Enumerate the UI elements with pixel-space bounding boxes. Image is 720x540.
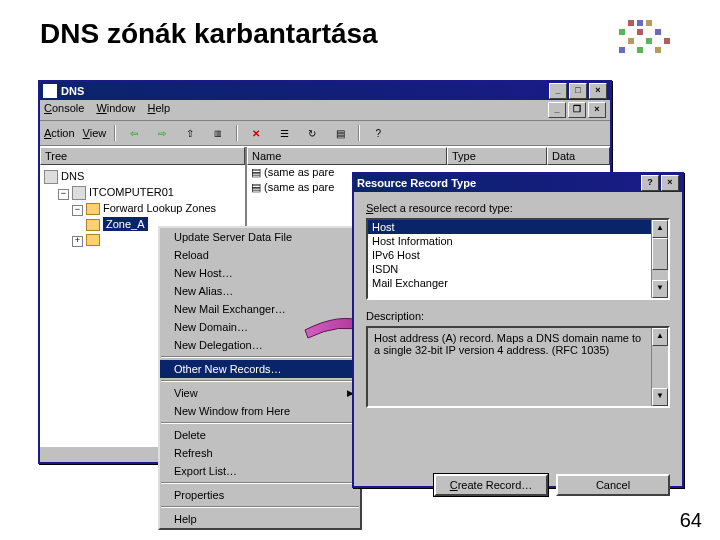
select-label: Select a resource record type: <box>366 202 670 214</box>
ctx-help[interactable]: Help <box>160 510 360 528</box>
dialog-title: Resource Record Type <box>357 177 476 189</box>
ctx-other-new-records[interactable]: Other New Records… <box>160 360 360 378</box>
menu-console[interactable]: Console <box>44 102 84 118</box>
help-toolbar-button[interactable]: ? <box>368 123 388 143</box>
scroll-up-icon[interactable]: ▲ <box>652 328 668 346</box>
tree-flz[interactable]: −Forward Lookup Zones <box>44 201 241 217</box>
scroll-thumb[interactable] <box>652 238 668 270</box>
server-icon <box>72 186 86 200</box>
show-hide-button[interactable]: ▥ <box>208 123 228 143</box>
minimize-button[interactable]: _ <box>549 83 567 99</box>
ctx-export-list[interactable]: Export List… <box>160 462 360 480</box>
ctx-delete[interactable]: Delete <box>160 426 360 444</box>
listbox-scrollbar[interactable]: ▲ ▼ <box>651 220 668 298</box>
ctx-new-delegation[interactable]: New Delegation… <box>160 336 360 354</box>
zone-icon <box>86 219 100 231</box>
dialog-close-button[interactable]: × <box>661 175 679 191</box>
option-isdn[interactable]: ISDN <box>368 262 668 276</box>
col-data[interactable]: Data <box>547 147 610 165</box>
slide-page-number: 64 <box>680 509 702 532</box>
up-button[interactable]: ⇧ <box>180 123 200 143</box>
tree-header: Tree <box>40 147 245 165</box>
folder-icon <box>86 234 100 246</box>
collapse-icon[interactable]: − <box>72 205 83 216</box>
description-text: Host address (A) record. Maps a DNS doma… <box>374 332 641 356</box>
option-mx[interactable]: Mail Exchanger <box>368 276 668 290</box>
menu-action[interactable]: Action <box>44 127 75 139</box>
window-title: DNS <box>61 85 84 97</box>
child-minimize-button[interactable]: _ <box>548 102 566 118</box>
mmc-titlebar[interactable]: DNS _ □ × <box>40 82 610 100</box>
option-ipv6[interactable]: IPv6 Host <box>368 248 668 262</box>
ctx-new-alias[interactable]: New Alias… <box>160 282 360 300</box>
dialog-titlebar[interactable]: Resource Record Type ? × <box>354 174 682 192</box>
refresh-toolbar-button[interactable]: ↻ <box>302 123 322 143</box>
ctx-new-mx[interactable]: New Mail Exchanger… <box>160 300 360 318</box>
col-type[interactable]: Type <box>447 147 547 165</box>
collapse-icon[interactable]: − <box>58 189 69 200</box>
menu-help[interactable]: Help <box>148 102 171 118</box>
ctx-new-domain[interactable]: New Domain… <box>160 318 360 336</box>
expand-icon[interactable]: + <box>72 236 83 247</box>
app-icon <box>43 84 57 98</box>
export-toolbar-button[interactable]: ▤ <box>330 123 350 143</box>
cancel-button[interactable]: Cancel <box>556 474 670 496</box>
description-label: Description: <box>366 310 670 322</box>
maximize-button[interactable]: □ <box>569 83 587 99</box>
ctx-view[interactable]: View▶ <box>160 384 360 402</box>
child-close-button[interactable]: × <box>588 102 606 118</box>
properties-toolbar-button[interactable]: ☰ <box>274 123 294 143</box>
menu-window[interactable]: Window <box>96 102 135 118</box>
back-button[interactable]: ⇦ <box>124 123 144 143</box>
dns-icon <box>44 170 58 184</box>
ctx-new-host[interactable]: New Host… <box>160 264 360 282</box>
record-type-listbox[interactable]: Host Host Information IPv6 Host ISDN Mai… <box>366 218 670 300</box>
scroll-down-icon[interactable]: ▼ <box>652 280 668 298</box>
ctx-properties[interactable]: Properties <box>160 486 360 504</box>
child-restore-button[interactable]: ❐ <box>568 102 586 118</box>
ctx-reload[interactable]: Reload <box>160 246 360 264</box>
tree-server[interactable]: −ITCOMPUTER01 <box>44 185 241 201</box>
scroll-up-icon[interactable]: ▲ <box>652 220 668 238</box>
delete-toolbar-button[interactable]: ✕ <box>246 123 266 143</box>
desc-scrollbar[interactable]: ▲ ▼ <box>651 328 668 406</box>
context-menu: Update Server Data File Reload New Host…… <box>158 226 362 530</box>
ctx-new-window[interactable]: New Window from Here <box>160 402 360 420</box>
slide-title: DNS zónák karbantartása <box>0 0 720 60</box>
description-box: Host address (A) record. Maps a DNS doma… <box>366 326 670 408</box>
create-record-button[interactable]: Create Record… <box>434 474 548 496</box>
mmc-toolbar: Action View ⇦ ⇨ ⇧ ▥ ✕ ☰ ↻ ▤ ? <box>40 121 610 146</box>
menu-view[interactable]: View <box>83 127 107 139</box>
forward-button[interactable]: ⇨ <box>152 123 172 143</box>
ctx-refresh[interactable]: Refresh <box>160 444 360 462</box>
mmc-menubar: Console Window Help _ ❐ × <box>40 100 610 121</box>
decorative-dots <box>619 20 670 53</box>
col-name[interactable]: Name <box>247 147 447 165</box>
resource-record-dialog: Resource Record Type ? × Select a resour… <box>352 172 684 488</box>
close-button[interactable]: × <box>589 83 607 99</box>
dialog-help-button[interactable]: ? <box>641 175 659 191</box>
tree-root-dns[interactable]: DNS <box>44 169 241 185</box>
option-host-info[interactable]: Host Information <box>368 234 668 248</box>
option-host[interactable]: Host <box>368 220 668 234</box>
scroll-down-icon[interactable]: ▼ <box>652 388 668 406</box>
folder-icon <box>86 203 100 215</box>
ctx-update-server-data[interactable]: Update Server Data File <box>160 228 360 246</box>
